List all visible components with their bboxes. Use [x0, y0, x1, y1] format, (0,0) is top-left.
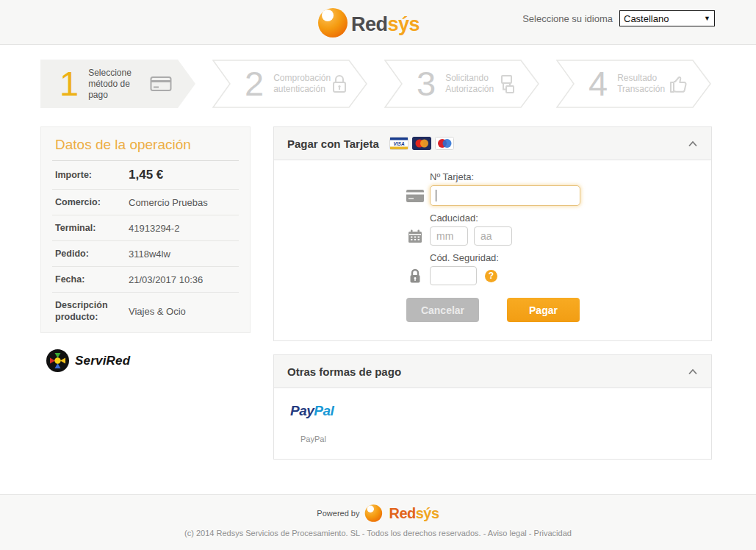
svg-text:VISA: VISA: [393, 141, 404, 146]
row-value: 1,45 €: [129, 168, 163, 182]
operation-row-pedido: Pedido: 3118w4lw: [52, 241, 239, 267]
operation-row-importe: Importe: 1,45 €: [52, 161, 239, 190]
cvv-input[interactable]: [430, 266, 477, 285]
row-label: Comercio:: [55, 196, 129, 208]
paypal-logo[interactable]: PayPal: [290, 403, 334, 419]
step-label: Seleccione método de pago: [88, 68, 150, 101]
other-payments-panel: Otras formas de pago PayPal PayPal: [273, 354, 712, 460]
expiry-month-input[interactable]: [430, 226, 468, 246]
step-authentication: 2 Comprobación autenticación: [212, 60, 367, 108]
step-number: 3: [417, 62, 436, 106]
redsys-logo-text: Redsýs: [351, 15, 420, 35]
cvv-help-icon[interactable]: ?: [485, 270, 497, 282]
expiry-year-input[interactable]: [474, 226, 512, 246]
step-number: 2: [245, 62, 264, 106]
progress-steps: 1 Seleccione método de pago 2 Comprobaci…: [40, 60, 711, 108]
row-value: 21/03/2017 10:36: [129, 274, 203, 285]
mastercard-icon: [412, 137, 431, 150]
redsys-payment-page: Redsýs Seleccione su idioma Castellano ▼…: [0, 0, 756, 550]
payment-column: Pagar con Tarjeta VISA: [273, 126, 712, 460]
separator: -: [529, 529, 532, 538]
redsys-logo: Redsýs: [317, 5, 420, 39]
text-caret: [436, 190, 436, 201]
pay-with-card-title: Pagar con Tarjeta: [287, 138, 379, 150]
legal-notice-link[interactable]: Aviso legal: [488, 529, 527, 538]
operation-row-fecha: Fecha: 21/03/2017 10:36: [52, 267, 239, 293]
redsys-flame-icon: [317, 5, 350, 39]
operation-row-comercio: Comercio: Comercio Pruebas: [52, 190, 239, 215]
pay-with-card-header[interactable]: Pagar con Tarjeta VISA: [274, 127, 711, 160]
copyright-line: (c) 2014 Redsys Servicios de Procesamien…: [0, 529, 756, 538]
visa-icon: VISA: [389, 137, 408, 150]
row-label: Importe:: [55, 169, 129, 181]
header: Redsýs Seleccione su idioma Castellano ▼: [0, 0, 756, 45]
step-number: 4: [588, 62, 608, 106]
language-selected-value: Castellano: [624, 13, 669, 24]
row-value: Comercio Pruebas: [129, 197, 208, 208]
step-select-payment: 1 Seleccione método de pago: [40, 60, 195, 108]
other-payments-header[interactable]: Otras formas de pago: [274, 355, 711, 388]
cvv-label: Cód. Seguridad:: [430, 252, 711, 263]
other-payments-body: PayPal PayPal: [274, 388, 711, 459]
powered-by-label: Powered by: [317, 509, 359, 518]
row-value: Viajes & Ocio: [129, 306, 186, 317]
padlock-icon: [406, 268, 424, 284]
step-authorization: 3 Solicitando Autorización: [384, 60, 539, 108]
calendar-icon: [406, 229, 424, 243]
row-label: Descripción producto:: [55, 299, 129, 323]
row-value: 41913294-2: [129, 223, 179, 234]
privacy-link[interactable]: Privacidad: [534, 529, 572, 538]
operation-row-terminal: Terminal: 41913294-2: [52, 215, 239, 241]
operation-details-panel: Datos de la operación Importe: 1,45 € Co…: [40, 126, 251, 333]
redsys-flame-icon: [364, 503, 384, 523]
row-label: Fecha:: [55, 274, 129, 285]
paypal-caption: PayPal: [300, 435, 711, 443]
collapse-chevron-up-icon[interactable]: [688, 140, 698, 147]
cancel-button[interactable]: Cancelar: [406, 298, 479, 322]
lock-icon: [331, 74, 348, 94]
credit-card-icon: [150, 76, 172, 92]
servired-brand: ServiRed: [46, 349, 130, 373]
pay-with-card-panel: Pagar con Tarjeta VISA: [273, 126, 712, 341]
row-value: 3118w4lw: [129, 249, 170, 260]
redsys-footer-logo-text: Redsýs: [389, 506, 439, 521]
card-number-label: Nº Tarjeta:: [430, 171, 711, 182]
operation-row-descripcion: Descripción producto: Viajes & Ocio: [52, 293, 239, 332]
step-label: Resultado Transacción: [617, 73, 669, 95]
card-brand-icons: VISA: [389, 137, 454, 150]
row-label: Pedido:: [55, 248, 129, 260]
language-label: Seleccione su idioma: [522, 13, 613, 24]
row-label: Terminal:: [55, 222, 129, 234]
powered-by-logo: Powered by Redsýs: [317, 503, 439, 523]
credit-card-small-icon: [406, 190, 424, 202]
step-result: 4 Resultado Transacción: [556, 60, 711, 108]
pay-button[interactable]: Pagar: [507, 298, 580, 322]
card-form: Nº Tarjeta: Caducidad:: [274, 160, 711, 340]
step-label: Comprobación autenticación: [273, 73, 331, 95]
servired-label: ServiRed: [75, 354, 130, 368]
operation-details-title: Datos de la operación: [52, 127, 239, 161]
select-arrow-icon: ▼: [704, 15, 710, 22]
servired-icon: [46, 349, 70, 373]
step-label: Solicitando Autorización: [445, 73, 496, 95]
expiry-label: Caducidad:: [430, 213, 711, 224]
other-payments-title: Otras formas de pago: [287, 365, 401, 378]
maestro-icon: [435, 137, 454, 150]
footer: Powered by Redsýs (c) 2014 Redsys Servic…: [0, 494, 756, 550]
collapse-chevron-up-icon[interactable]: [688, 368, 698, 375]
card-number-input[interactable]: [430, 185, 580, 206]
thumbs-up-icon: [669, 74, 688, 94]
language-select[interactable]: Castellano ▼: [619, 10, 715, 26]
copyright-text: (c) 2014 Redsys Servicios de Procesamien…: [184, 529, 486, 538]
step-number: 1: [60, 62, 79, 106]
network-icon: [496, 74, 516, 94]
